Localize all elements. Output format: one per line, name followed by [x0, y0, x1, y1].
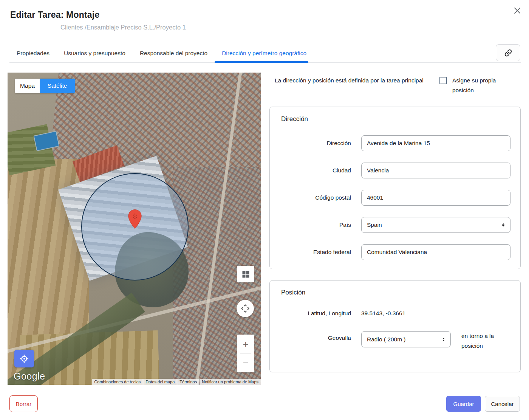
pan-arrows-icon: [240, 303, 251, 314]
edit-task-dialog: Editar Tarea: Montaje Clientes /Ensambla…: [0, 0, 529, 420]
geofence-suffix-text: en torno a la posición: [461, 331, 509, 351]
own-position-checkbox-label[interactable]: Asigne su propia posición: [452, 76, 503, 95]
map-attribution: Combinaciones de teclas Datos del mapa T…: [92, 379, 261, 385]
map-terrain-patch: [46, 73, 261, 190]
street-input[interactable]: [361, 135, 510, 151]
grid-icon: [241, 270, 250, 279]
map-canvas[interactable]: Mapa Satélite +: [8, 73, 261, 385]
address-street-row: Dirección: [270, 135, 520, 151]
country-select[interactable]: Spain: [361, 217, 510, 233]
geofence-locate-button[interactable]: [14, 350, 34, 367]
address-postal-row: Código postal: [270, 190, 520, 206]
map-marker-icon[interactable]: [127, 209, 142, 231]
pan-control-button[interactable]: [237, 300, 254, 317]
google-logo[interactable]: Google: [14, 371, 45, 382]
attribution-map-data[interactable]: Datos del mapa: [143, 379, 177, 385]
unfold-arrows-icon: [500, 222, 506, 228]
geofence-row: Geovalla Radio ( 200m ) en torno a la po…: [270, 331, 520, 351]
tab-usuarios-y-presupuesto[interactable]: Usuarios y presupuesto: [57, 45, 133, 62]
map-type-satellite-button[interactable]: Satélite: [40, 79, 75, 93]
link-button[interactable]: [496, 44, 520, 61]
address-country-row: País Spain: [270, 217, 520, 233]
close-icon: [513, 6, 522, 15]
page-title: Editar Tarea: Montaje: [10, 10, 99, 20]
map-road: [192, 73, 243, 385]
save-button[interactable]: Guardar: [446, 396, 481, 412]
latlng-row: Latitud, Longitud 39.5143, -0.3661: [270, 310, 520, 317]
position-section-title: Posición: [270, 281, 520, 296]
zoom-out-button[interactable]: −: [237, 354, 254, 373]
close-button[interactable]: [511, 5, 524, 17]
map-terrain-patch: [8, 124, 56, 175]
attribution-terms[interactable]: Términos: [177, 379, 199, 385]
city-input[interactable]: [361, 163, 510, 178]
zoom-control: + −: [237, 335, 254, 372]
unfold-arrows-icon: [441, 336, 447, 343]
field-label: Estado federal: [270, 249, 351, 256]
parent-position-notice: La dirección y posición está definida po…: [269, 76, 521, 95]
latlng-value: 39.5143, -0.3661: [361, 310, 405, 317]
latlng-label: Latitud, Longitud: [270, 310, 351, 317]
geofence-select-value: Radio ( 200m ): [367, 336, 406, 343]
crosshair-icon: [19, 354, 29, 364]
address-city-row: Ciudad: [270, 163, 520, 178]
address-section: Dirección Dirección Ciudad Código postal…: [269, 107, 521, 269]
field-label: Ciudad: [270, 167, 351, 174]
federal-state-input[interactable]: [361, 244, 510, 260]
own-position-checkbox[interactable]: [439, 77, 447, 84]
country-select-value: Spain: [367, 222, 382, 228]
tab-propiedades[interactable]: Propiedades: [9, 45, 57, 62]
map-terrain-patch: [33, 131, 59, 151]
breadcrumb: Clientes /Ensamblaje Preciso S.L./Proyec…: [60, 24, 186, 31]
postal-code-input[interactable]: [361, 190, 510, 206]
map-type-control: Mapa Satélite: [15, 79, 75, 93]
field-label: Dirección: [270, 140, 351, 147]
tilt-view-button[interactable]: [237, 266, 254, 282]
tab-bar: Propiedades Usuarios y presupuesto Respo…: [9, 45, 521, 63]
parent-position-text: La dirección y posición está definida po…: [269, 76, 439, 85]
geofence-select[interactable]: Radio ( 200m ): [361, 331, 451, 347]
field-label: País: [270, 222, 351, 228]
map-type-map-button[interactable]: Mapa: [15, 79, 40, 93]
delete-button[interactable]: Borrar: [9, 395, 38, 412]
geofence-label: Geovalla: [270, 335, 351, 341]
zoom-in-button[interactable]: +: [237, 335, 254, 353]
attribution-report-problem[interactable]: Notificar un problema de Maps: [200, 379, 261, 385]
address-state-row: Estado federal: [270, 244, 520, 260]
link-icon: [503, 48, 513, 58]
field-label: Código postal: [270, 194, 351, 201]
map-road: [8, 282, 261, 355]
tab-responsable-del-proyecto[interactable]: Responsable del proyecto: [133, 45, 215, 62]
cancel-button[interactable]: Cancelar: [485, 396, 520, 412]
tab-direccion-y-perimetro[interactable]: Dirección y perímetro geográfico: [215, 45, 314, 62]
position-section: Posición Latitud, Longitud 39.5143, -0.3…: [269, 280, 521, 372]
address-section-title: Dirección: [270, 107, 520, 123]
attribution-keyboard-shortcuts[interactable]: Combinaciones de teclas: [92, 379, 143, 385]
